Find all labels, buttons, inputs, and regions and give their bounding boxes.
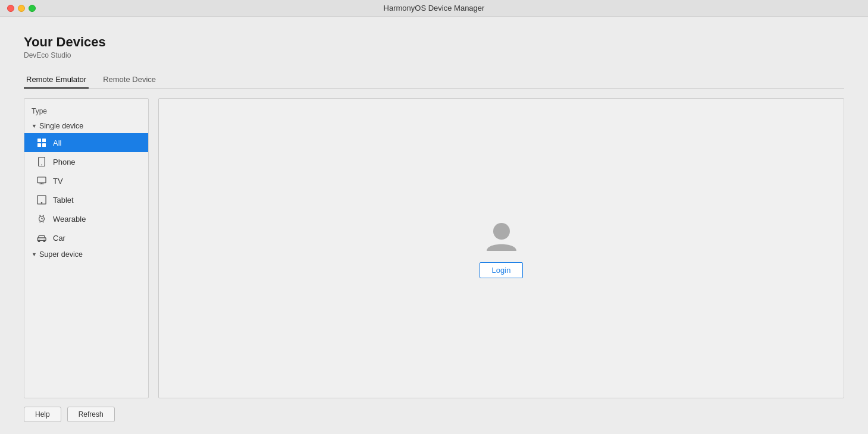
body-area: Type ▼ Single device All bbox=[24, 98, 844, 398]
login-button[interactable]: Login bbox=[480, 262, 524, 278]
sidebar-type-header: Type bbox=[24, 103, 148, 119]
tablet-icon bbox=[36, 194, 47, 205]
window-title: HarmonyOS Device Manager bbox=[384, 4, 485, 12]
traffic-lights bbox=[7, 5, 36, 12]
sidebar-group-single-device[interactable]: ▼ Single device bbox=[24, 119, 148, 133]
avatar-icon bbox=[484, 218, 519, 254]
sidebar-item-wearable[interactable]: Wearable bbox=[24, 209, 148, 228]
sidebar: Type ▼ Single device All bbox=[24, 98, 149, 398]
tabs: Remote Emulator Remote Device bbox=[24, 71, 844, 89]
page-title: Your Devices bbox=[24, 34, 844, 50]
watch-icon bbox=[36, 213, 47, 224]
sidebar-item-car[interactable]: Car bbox=[24, 228, 148, 247]
sidebar-item-tablet-label: Tablet bbox=[53, 196, 74, 205]
sidebar-item-all[interactable]: All bbox=[24, 133, 148, 152]
page-subtitle: DevEco Studio bbox=[24, 51, 844, 59]
sidebar-item-wearable-label: Wearable bbox=[53, 215, 86, 224]
svg-point-21 bbox=[493, 223, 510, 240]
tab-remote-emulator[interactable]: Remote Emulator bbox=[24, 71, 89, 89]
phone-icon bbox=[36, 156, 47, 167]
svg-rect-6 bbox=[37, 177, 46, 183]
svg-point-5 bbox=[41, 164, 42, 165]
chevron-down-icon-2: ▼ bbox=[32, 251, 37, 257]
sidebar-item-tablet[interactable]: Tablet bbox=[24, 190, 148, 209]
sidebar-item-all-label: All bbox=[53, 139, 61, 147]
main-content: Your Devices DevEco Studio Remote Emulat… bbox=[0, 17, 868, 434]
page-header: Your Devices DevEco Studio bbox=[24, 34, 844, 59]
svg-rect-2 bbox=[37, 143, 41, 147]
tab-remote-device[interactable]: Remote Device bbox=[101, 71, 158, 89]
svg-point-10 bbox=[41, 203, 42, 203]
title-bar: HarmonyOS Device Manager bbox=[0, 0, 868, 17]
sidebar-item-tv[interactable]: TV bbox=[24, 171, 148, 190]
car-icon bbox=[36, 232, 47, 243]
tv-icon bbox=[36, 175, 47, 186]
sidebar-group-super-label: Super device bbox=[39, 250, 83, 259]
refresh-button[interactable]: Refresh bbox=[67, 407, 115, 422]
grid-icon bbox=[36, 137, 47, 148]
svg-point-19 bbox=[38, 240, 40, 242]
maximize-button[interactable] bbox=[29, 5, 36, 12]
sidebar-group-super-device[interactable]: ▼ Super device bbox=[24, 247, 148, 262]
sidebar-group-single-label: Single device bbox=[39, 122, 83, 130]
chevron-down-icon: ▼ bbox=[32, 123, 37, 129]
sidebar-item-phone[interactable]: Phone bbox=[24, 152, 148, 171]
sidebar-item-phone-label: Phone bbox=[53, 158, 76, 166]
svg-point-20 bbox=[43, 240, 45, 242]
footer: Help Refresh bbox=[24, 407, 844, 422]
sidebar-item-car-label: Car bbox=[53, 234, 65, 243]
main-panel: Login bbox=[158, 98, 844, 398]
close-button[interactable] bbox=[7, 5, 14, 12]
minimize-button[interactable] bbox=[18, 5, 25, 12]
help-button[interactable]: Help bbox=[24, 407, 61, 422]
sidebar-item-tv-label: TV bbox=[53, 177, 63, 185]
svg-rect-1 bbox=[42, 139, 46, 142]
login-area: Login bbox=[480, 218, 524, 278]
svg-rect-0 bbox=[37, 139, 41, 142]
svg-rect-3 bbox=[42, 143, 46, 147]
